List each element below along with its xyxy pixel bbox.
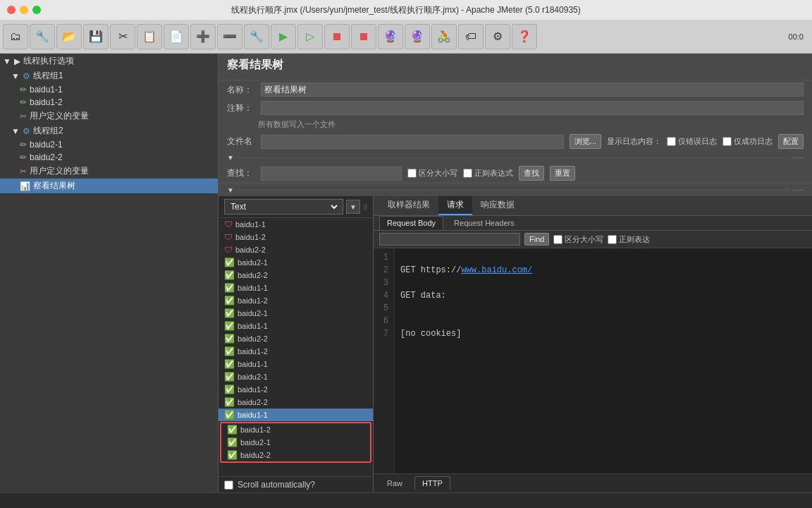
dropdown-arrow[interactable]: ▼ xyxy=(346,200,360,214)
sidebar-item-root[interactable]: ▼ ▶ 线程执行选项 xyxy=(0,54,218,68)
list-item-ok2[interactable]: ✅ baidu2-2 xyxy=(219,269,373,282)
filter-dropdown[interactable]: Text Regex xyxy=(224,199,343,214)
toolbar-open[interactable]: 📂 xyxy=(56,24,82,49)
reset-button[interactable]: 重置 xyxy=(550,166,575,181)
sidebar-item-baidu2-1[interactable]: ✏ baidu2-1 xyxy=(0,138,218,151)
sidebar-item-result-tree[interactable]: 📊 察看结果树 xyxy=(0,179,218,193)
list-item-ok7[interactable]: ✅ baidu2-2 xyxy=(219,332,373,345)
ok-icon-2: ✅ xyxy=(224,270,235,280)
toolbar-cut[interactable]: ✂ xyxy=(110,24,135,49)
case-checkbox[interactable] xyxy=(407,169,417,178)
toolbar-new[interactable]: 🗂 xyxy=(3,24,28,49)
tab-request[interactable]: 请求 xyxy=(438,196,472,215)
sidebar-item-baidu1-1[interactable]: ✏ baidu1-1 xyxy=(0,83,218,96)
list-item-selected[interactable]: ✅ baidu1-1 xyxy=(219,409,373,421)
success-checkbox[interactable] xyxy=(722,137,732,146)
maximize-button[interactable] xyxy=(32,6,41,14)
collapse-icon: ▼ xyxy=(3,56,11,66)
list-item-ok8[interactable]: ✅ baidu1-2 xyxy=(219,345,373,358)
toolbar-stop[interactable]: ⏹ xyxy=(324,24,350,49)
list-item-ok11[interactable]: ✅ baidu1-2 xyxy=(219,383,373,396)
toolbar-remote-run[interactable]: 🚴 xyxy=(431,24,457,49)
toolbar-paste[interactable]: 📄 xyxy=(164,24,189,49)
line-numbers: 1 2 3 4 5 6 7 xyxy=(374,248,395,473)
find-input[interactable] xyxy=(379,233,520,246)
name-input[interactable] xyxy=(261,83,804,97)
list-item-g3[interactable]: ✅ baidu2-2 xyxy=(221,449,370,461)
toolbar-shutdown[interactable]: ⏹ xyxy=(351,24,376,49)
find-btn[interactable]: Find xyxy=(524,233,549,246)
list-item-ok4[interactable]: ✅ baidu1-2 xyxy=(219,294,373,307)
sidebar-item-group1[interactable]: ▼ ⚙ 线程组1 xyxy=(0,68,218,83)
toolbar-run[interactable]: ▶ xyxy=(271,24,296,49)
list-item-g2[interactable]: ✅ baidu2-1 xyxy=(221,436,370,449)
item-name-g1: baidu1-2 xyxy=(240,425,271,434)
find-regex-text: 正则表达 xyxy=(619,234,650,245)
toolbar-help[interactable]: ❓ xyxy=(512,24,537,49)
toolbar-save[interactable]: 💾 xyxy=(83,24,109,49)
list-item-ok10[interactable]: ✅ baidu2-1 xyxy=(219,370,373,383)
search-input[interactable] xyxy=(261,167,402,181)
find-case-checkbox[interactable] xyxy=(553,235,562,244)
file-label: 文件名 xyxy=(227,135,255,147)
tab-response-data[interactable]: 响应数据 xyxy=(472,196,523,215)
sidebar-item-baidu1-2[interactable]: ✏ baidu1-2 xyxy=(0,96,218,109)
ok-icon-sel: ✅ xyxy=(224,410,235,420)
sidebar-item-vars2[interactable]: ✂ 用户定义的变量 xyxy=(0,164,218,179)
comment-input[interactable] xyxy=(261,101,804,115)
ok-icon-3: ✅ xyxy=(224,283,235,293)
toolbar-remote-stop[interactable]: 🔮 xyxy=(405,24,430,49)
item-name-ok6: baidu1-1 xyxy=(238,322,268,330)
minimize-button[interactable] xyxy=(20,6,28,14)
url-link: www.baidu.com/ xyxy=(461,265,532,275)
toolbar-remote-start[interactable]: 🔮 xyxy=(378,24,403,49)
item-name-ok7: baidu2-2 xyxy=(238,334,268,343)
item-name-3: baidu2-2 xyxy=(235,246,266,254)
sidebar-group2-label: 线程组2 xyxy=(33,125,63,137)
close-button[interactable] xyxy=(7,6,16,14)
sidebar-item-baidu2-2[interactable]: ✏ baidu2-2 xyxy=(0,151,218,164)
config-button[interactable]: 配置 xyxy=(778,134,804,149)
list-panel: Text Regex ▼ ⋮ 🛡 baidu1-1 🛡 xyxy=(219,196,374,492)
filter-select[interactable]: Text Regex xyxy=(228,201,340,212)
item-name-sel: baidu1-1 xyxy=(238,411,268,419)
toolbar-function[interactable]: 🏷 xyxy=(458,24,484,49)
scroll-auto-checkbox[interactable] xyxy=(224,480,233,490)
list-item-fail1[interactable]: 🛡 baidu1-1 xyxy=(219,218,373,231)
list-item-ok3[interactable]: ✅ baidu1-1 xyxy=(219,282,373,294)
sidebar-item-group2[interactable]: ▼ ⚙ 线程组2 xyxy=(0,123,218,138)
list-item-ok9[interactable]: ✅ baidu1-1 xyxy=(219,358,373,370)
list-item-g1[interactable]: ✅ baidu1-2 xyxy=(221,423,370,436)
splitter-handle[interactable]: ⋮ xyxy=(363,204,367,210)
toolbar-options[interactable]: ⚙ xyxy=(485,24,510,49)
list-item-ok6[interactable]: ✅ baidu1-1 xyxy=(219,320,373,332)
sidebar-item-vars1[interactable]: ✂ 用户定义的变量 xyxy=(0,109,218,123)
browse-button[interactable]: 浏览... xyxy=(570,134,601,149)
toolbar-settings[interactable]: 🔧 xyxy=(244,24,269,49)
toolbar-templates[interactable]: 🔧 xyxy=(30,24,55,49)
toolbar-run-no-pause[interactable]: ▷ xyxy=(297,24,323,49)
file-row: 文件名 浏览... 显示日志内容： 仅错误日志 仅成功日志 配置 xyxy=(219,132,812,151)
list-item-fail2[interactable]: 🛡 baidu1-2 xyxy=(219,231,373,243)
list-item-ok12[interactable]: ✅ baidu2-2 xyxy=(219,396,373,409)
sub-tab-request-body[interactable]: Request Body xyxy=(379,216,443,230)
item-name-ok9: baidu1-1 xyxy=(238,360,268,368)
regex-checkbox[interactable] xyxy=(463,169,472,178)
sub-tab-request-headers[interactable]: Request Headers xyxy=(446,216,522,230)
toolbar-collapse[interactable]: ➖ xyxy=(217,24,242,49)
bottom-tab-http[interactable]: HTTP xyxy=(414,476,450,490)
find-regex-checkbox[interactable] xyxy=(608,235,617,244)
toolbar-expand[interactable]: ➕ xyxy=(190,24,216,49)
list-item-ok1[interactable]: ✅ baidu2-1 xyxy=(219,256,373,269)
toolbar-copy[interactable]: 📋 xyxy=(137,24,162,49)
file-input[interactable] xyxy=(261,135,564,149)
list-item-ok5[interactable]: ✅ baidu2-1 xyxy=(219,307,373,320)
errors-checkbox[interactable] xyxy=(667,137,676,146)
list-item-fail3[interactable]: 🛡 baidu2-2 xyxy=(219,243,373,256)
listener-icon: 📊 xyxy=(20,181,30,191)
group1-icon: ⚙ xyxy=(23,71,30,81)
tab-sampler-results[interactable]: 取样器结果 xyxy=(379,196,438,215)
bottom-tab-raw[interactable]: Raw xyxy=(379,476,410,490)
ok-icon-5: ✅ xyxy=(224,308,235,318)
find-button[interactable]: 查找 xyxy=(519,166,544,181)
